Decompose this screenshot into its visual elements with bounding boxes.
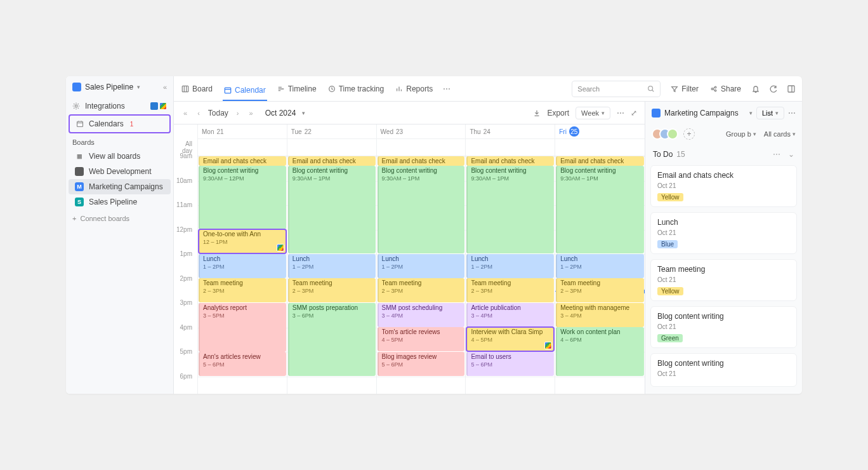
view-range-selector[interactable]: Week ▾ — [575, 107, 610, 119]
calendar-event[interactable]: Lunch1 – 2PM — [556, 254, 644, 278]
share-button[interactable]: Share — [709, 82, 742, 96]
calendar-event[interactable]: Email and chats check — [378, 156, 465, 166]
month-label[interactable]: Oct 2024 — [265, 109, 296, 117]
task-card[interactable]: Blog content writingOct 21 — [650, 353, 797, 387]
more-icon[interactable]: ⋯ — [617, 109, 624, 117]
calendar-event[interactable]: Tom's article reviews4 – 5PM — [378, 327, 465, 351]
allday-cell[interactable] — [555, 138, 645, 156]
allday-cell[interactable] — [466, 138, 555, 156]
calendar-event[interactable]: Email and chats check — [466, 156, 554, 166]
nav-first-icon[interactable]: « — [181, 109, 189, 117]
calendar-event[interactable]: Blog content writing9:30AM – 1PM — [466, 166, 554, 253]
allday-cell[interactable] — [377, 138, 466, 156]
task-card[interactable]: Blog content writingOct 21Green — [650, 306, 797, 348]
panel-more-icon[interactable]: ⋯ — [788, 109, 796, 117]
task-card[interactable]: Email and chats checkOct 21Yellow — [650, 165, 797, 207]
list-view-button[interactable]: List ▾ — [756, 107, 784, 119]
filter-button[interactable]: Filter — [669, 82, 700, 96]
group-selector[interactable]: Group b▾ — [726, 130, 756, 138]
add-member-button[interactable]: + — [683, 128, 695, 140]
allday-cell[interactable] — [287, 138, 376, 156]
chevron-down-icon: ▾ — [602, 110, 605, 116]
hour-label: 5pm — [180, 348, 192, 355]
column-header[interactable]: To Do 15 ⋯ ⌄ — [645, 144, 802, 165]
collapse-sidebar-icon[interactable]: « — [163, 83, 167, 91]
calendar-event[interactable]: Team meeting2 – 3PM — [466, 278, 554, 302]
calendar-event[interactable]: Lunch1 – 2PM — [288, 254, 376, 278]
sidebar-integrations[interactable]: Integrations — [66, 98, 173, 114]
day-header[interactable]: Wed23 — [377, 124, 466, 138]
day-header[interactable]: Mon21 — [198, 124, 287, 138]
calendar-event[interactable]: Team meeting2 – 3PM — [378, 278, 465, 302]
today-button[interactable]: Today — [208, 109, 228, 117]
refresh-icon[interactable] — [769, 84, 778, 93]
calendar-event[interactable]: Article publication3 – 4PM — [466, 303, 554, 327]
calendar-event[interactable]: Team meeting2 – 3PM — [556, 278, 644, 302]
panel-toggle-icon[interactable] — [787, 84, 796, 93]
calendar-event[interactable]: Work on content plan4 – 6PM — [556, 327, 644, 376]
sidebar-calendars[interactable]: Calendars 1 — [70, 116, 169, 132]
column-collapse-icon[interactable]: ⌄ — [788, 150, 794, 159]
sidebar-board-web-development[interactable]: Web Development — [69, 164, 171, 179]
day-slots[interactable]: Email and chats checkBlog content writin… — [555, 156, 645, 394]
member-avatars[interactable] — [652, 128, 678, 140]
fullscreen-icon[interactable]: ⤢ — [631, 109, 637, 117]
calendar-event[interactable]: Blog content writing9:30AM – 12PM — [199, 166, 286, 229]
calendar-event[interactable]: Email and chats check — [199, 156, 286, 166]
view-all-boards[interactable]: ▦ View all boards — [69, 149, 171, 164]
calendar-event[interactable]: Meeting with manageme3 – 4PM — [556, 303, 644, 327]
calendar-event[interactable]: Blog content writing9:30AM – 1PM — [288, 166, 376, 253]
calendar-event[interactable]: Lunch1 – 2PM — [378, 254, 465, 278]
calendar-event[interactable]: Email and chats check — [556, 156, 644, 166]
calendar-event[interactable]: Email to users5 – 6PM — [466, 352, 554, 376]
calendar-event[interactable]: Ann's articles review5 – 6PM — [199, 352, 286, 376]
more-views-icon[interactable]: ⋯ — [443, 84, 450, 93]
calendar-event[interactable]: Team meeting2 – 3PM — [288, 278, 376, 302]
calendar-event[interactable]: Blog content writing9:30AM – 1PM — [378, 166, 465, 253]
search-input[interactable]: Search — [572, 81, 661, 97]
tab-time-tracking[interactable]: Time tracking — [327, 82, 386, 96]
calendar-event[interactable]: Lunch1 – 2PM — [466, 254, 554, 278]
cards-list[interactable]: Email and chats checkOct 21YellowLunchOc… — [645, 165, 802, 394]
day-slots[interactable]: Email and chats checkBlog content writin… — [377, 156, 466, 394]
column-more-icon[interactable]: ⋯ — [773, 150, 780, 159]
day-header[interactable]: Thu24 — [466, 124, 555, 138]
tab-calendar[interactable]: Calendar — [223, 83, 267, 101]
calendar-event[interactable]: SMM post scheduling3 – 4PM — [378, 303, 465, 327]
tab-board[interactable]: Board — [180, 82, 214, 96]
bell-icon[interactable] — [751, 84, 760, 93]
outlook-icon — [150, 102, 158, 110]
day-column: Wed23Email and chats checkBlog content w… — [377, 124, 466, 394]
connect-boards[interactable]: + Connect boards — [66, 210, 173, 227]
calendar-event[interactable]: Blog images review5 – 6PM — [378, 352, 465, 376]
sidebar-board-marketing-campaigns[interactable]: M Marketing Campaigns — [69, 179, 171, 194]
panel-board-name[interactable]: Marketing Campaigns — [664, 109, 746, 117]
calendar-event[interactable]: Email and chats check — [288, 156, 376, 166]
export-button[interactable]: Export — [547, 109, 569, 117]
day-header[interactable]: Fri25 — [555, 124, 645, 138]
allday-cell[interactable] — [198, 138, 287, 156]
cards-filter-selector[interactable]: All cards▾ — [764, 130, 796, 138]
nav-next-icon[interactable]: › — [235, 109, 241, 117]
tab-reports[interactable]: Reports — [394, 82, 434, 96]
tab-timeline[interactable]: Timeline — [276, 82, 318, 96]
gear-icon — [72, 102, 80, 110]
nav-prev-icon[interactable]: ‹ — [195, 109, 202, 117]
calendar-event[interactable]: Analytics report3 – 5PM — [199, 303, 286, 352]
workspace-switcher[interactable]: Sales Pipeline ▾ « — [66, 76, 173, 98]
calendar-event[interactable]: Interview with Clara Simp4 – 5PM — [466, 327, 554, 351]
day-slots[interactable]: Email and chats checkBlog content writin… — [466, 156, 555, 394]
day-slots[interactable]: Email and chats checkBlog content writin… — [287, 156, 376, 394]
task-card[interactable]: LunchOct 21Blue — [650, 212, 797, 254]
calendar-event[interactable]: Team meeting2 – 3PM — [199, 278, 286, 302]
day-slots[interactable]: Email and chats checkBlog content writin… — [198, 156, 287, 394]
sidebar-board-sales-pipeline[interactable]: S Sales Pipeline — [69, 194, 171, 210]
calendar-event[interactable]: SMM posts preparation3 – 6PM — [288, 303, 376, 376]
export-icon[interactable] — [533, 109, 541, 117]
nav-last-icon[interactable]: » — [247, 109, 255, 117]
day-header[interactable]: Tue22 — [287, 124, 376, 138]
task-card[interactable]: Team meetingOct 21Yellow — [650, 259, 797, 301]
calendar-event[interactable]: One-to-one with Ann12 – 1PM — [199, 229, 286, 253]
calendar-event[interactable]: Lunch1 – 2PM — [199, 254, 286, 278]
calendar-event[interactable]: Blog content writing9:30AM – 1PM — [556, 166, 644, 253]
